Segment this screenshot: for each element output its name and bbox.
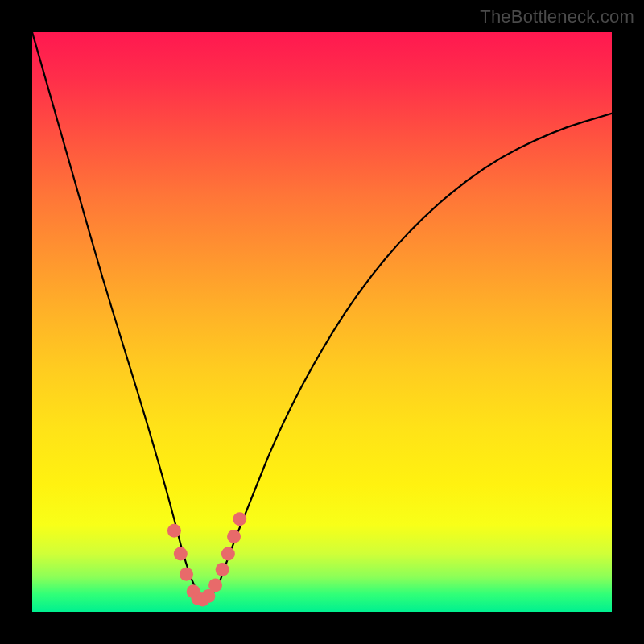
trough-dot	[180, 568, 193, 581]
bottleneck-curve	[32, 32, 612, 597]
trough-dot	[221, 547, 235, 561]
chart-frame: TheBottleneck.com	[0, 0, 644, 644]
trough-dot	[174, 547, 188, 561]
watermark-text: TheBottleneck.com	[480, 6, 634, 27]
trough-dot	[227, 530, 241, 543]
trough-dot	[167, 524, 181, 538]
trough-highlight	[167, 512, 246, 606]
plot-area	[32, 32, 612, 612]
trough-dot	[208, 578, 222, 592]
chart-svg	[32, 32, 612, 612]
trough-dot	[233, 512, 246, 526]
trough-dot	[216, 563, 229, 576]
